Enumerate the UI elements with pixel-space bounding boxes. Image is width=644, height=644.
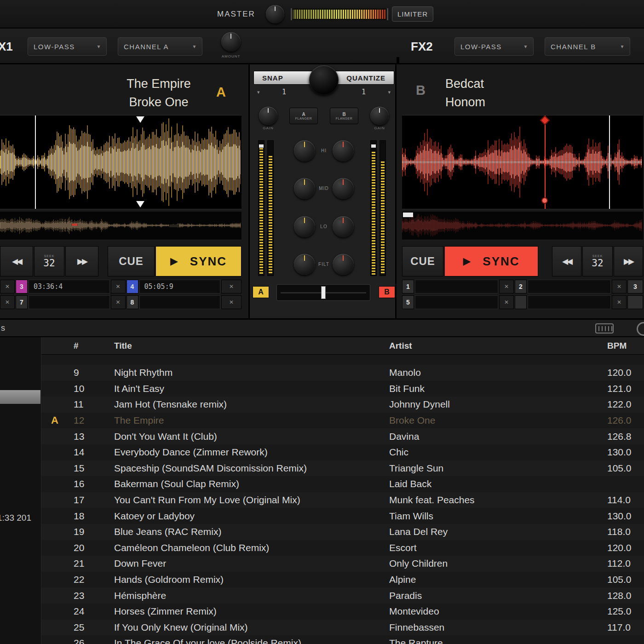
play-sync-button-b[interactable]: ▶ SYNC bbox=[444, 246, 538, 276]
table-row[interactable]: 21Down FeverOnly Children112.0 bbox=[41, 556, 644, 572]
table-row[interactable]: 9Night RhythmManolo120.0 bbox=[41, 365, 644, 381]
seek-forward-button-a[interactable]: ▶▶ bbox=[65, 246, 98, 276]
hotcue-badge[interactable]: 1 bbox=[402, 280, 414, 293]
table-row[interactable]: A12The EmpireBroke One126.0 bbox=[41, 413, 644, 429]
table-row[interactable]: 26In The Grace Of your love (Poolside Re… bbox=[41, 635, 644, 644]
chevron-down-icon[interactable]: ▾ bbox=[257, 89, 260, 95]
gain-knob-a[interactable] bbox=[259, 107, 277, 125]
cue-button-a[interactable]: CUE bbox=[108, 246, 155, 276]
cue-delete-button[interactable]: ✕ bbox=[499, 280, 514, 293]
seek-back-button-b[interactable]: ◀◀ bbox=[552, 246, 581, 276]
seek-length-button-a[interactable]: SEEK 32 bbox=[34, 246, 64, 276]
sidebar-scrollbar-thumb[interactable] bbox=[0, 390, 40, 404]
cue-time-field[interactable] bbox=[528, 295, 611, 309]
hotcue-badge[interactable]: 4 bbox=[126, 280, 138, 293]
waveform-a[interactable] bbox=[0, 115, 242, 209]
cue-time-field[interactable] bbox=[415, 280, 498, 293]
hotcue-badge[interactable]: 8 bbox=[126, 295, 138, 309]
limiter-button[interactable]: LIMITER bbox=[392, 6, 433, 22]
hotcue-badge[interactable]: 3 bbox=[627, 280, 643, 293]
fx1-amount-knob[interactable] bbox=[221, 32, 241, 52]
eq-hi-knob-b[interactable] bbox=[333, 140, 354, 161]
table-row[interactable]: 18Katoey or LadyboyTiam Wills130.0 bbox=[41, 508, 644, 524]
eq-lo-knob-b[interactable] bbox=[333, 216, 354, 237]
decks-section: The Empire Broke One A ◀◀ SEEK 32 bbox=[0, 64, 644, 318]
fx2-routing-dropdown[interactable]: CHANNEL B▾ bbox=[545, 37, 630, 56]
cue-time-field[interactable] bbox=[29, 295, 110, 309]
table-row[interactable]: 17You Can't Run From My Love (Original M… bbox=[41, 492, 644, 508]
hotcue-badge[interactable]: 5 bbox=[402, 295, 414, 309]
cue-delete-button[interactable]: ✕ bbox=[612, 280, 627, 293]
crossfader-b-badge[interactable]: B bbox=[379, 286, 395, 298]
table-row[interactable]: 10It Ain't EasyBit Funk121.0 bbox=[41, 381, 644, 397]
hotcue-badge[interactable] bbox=[515, 295, 527, 309]
play-sync-button-a[interactable]: ▶ SYNC bbox=[155, 246, 242, 276]
fx-bar: X1 LOW-PASS▾ CHANNEL A▾ AMOUNT FX2 LOW-P… bbox=[0, 29, 644, 64]
column-num[interactable]: # bbox=[68, 341, 110, 351]
table-row[interactable]: 24Horses (Zimmer Remix)Montevideo125.0 bbox=[41, 604, 644, 620]
fx1-routing-dropdown[interactable]: CHANNEL A▾ bbox=[118, 37, 202, 56]
table-row[interactable]: 25If You Only Knew (Original Mix)Finneba… bbox=[41, 620, 644, 636]
table-row[interactable] bbox=[41, 355, 644, 365]
snap-label[interactable]: SNAP bbox=[262, 74, 283, 82]
table-row[interactable]: 22Hands (Goldroom Remix)Alpine105.0 bbox=[41, 572, 644, 588]
cue-time-field[interactable] bbox=[415, 295, 498, 309]
cue-delete-button[interactable]: ✕ bbox=[0, 280, 15, 293]
cue-delete-button[interactable]: ✕ bbox=[499, 295, 514, 309]
hotcue-badge[interactable]: 7 bbox=[16, 295, 28, 309]
cue-delete-button[interactable]: ✕ bbox=[111, 295, 126, 309]
cue-marker-top-icon bbox=[136, 116, 144, 123]
cue-delete-button[interactable]: ✕ bbox=[221, 295, 242, 309]
browser-tab-fragment[interactable]: s bbox=[1, 323, 5, 333]
seek-length-button-b[interactable]: SEEK 32 bbox=[582, 246, 613, 276]
hotcue-badge[interactable]: 3 bbox=[16, 280, 28, 293]
gain-knob-b[interactable] bbox=[370, 107, 389, 125]
cue-delete-button[interactable]: ✕ bbox=[0, 295, 15, 309]
hotcue-badge[interactable] bbox=[627, 295, 643, 309]
eq-mid-knob-b[interactable] bbox=[333, 178, 354, 199]
cue-time-field[interactable]: 05:05:9 bbox=[139, 280, 221, 293]
quantize-label[interactable]: QUANTIZE bbox=[346, 74, 385, 82]
table-row[interactable]: 15Spaceship (SoundSAM Discomission Remix… bbox=[41, 460, 644, 477]
table-row[interactable]: 14Everybody Dance (Zimmer Rework)Chic130… bbox=[41, 444, 644, 460]
quantize-value: 1 bbox=[362, 88, 366, 96]
cue-time-field[interactable] bbox=[528, 280, 611, 293]
table-row[interactable]: 20Caméleon Chameleon (Club Remix)Escort1… bbox=[41, 540, 644, 556]
column-title[interactable]: Title bbox=[110, 341, 385, 351]
overview-waveform-a[interactable] bbox=[0, 212, 242, 240]
chevron-down-icon[interactable]: ▾ bbox=[388, 89, 391, 95]
fx-assign-b-button[interactable]: B FLANGER bbox=[330, 108, 358, 124]
filter-knob-b[interactable] bbox=[333, 254, 354, 275]
crossfader[interactable] bbox=[276, 284, 370, 301]
deck-a: The Empire Broke One A ◀◀ SEEK 32 bbox=[0, 64, 248, 318]
cue-delete-button[interactable]: ✕ bbox=[221, 280, 242, 293]
master-volume-knob[interactable] bbox=[266, 5, 284, 23]
table-row[interactable]: 19Blue Jeans (RAC Remix)Lana Del Rey118.… bbox=[41, 524, 644, 540]
play-icon: ▶ bbox=[170, 255, 178, 267]
seek-back-button-a[interactable]: ◀◀ bbox=[0, 246, 33, 276]
hotcue-badge[interactable]: 2 bbox=[515, 280, 527, 293]
hotcue-row: 5✕✕ bbox=[402, 295, 643, 309]
table-row[interactable]: 13Don't You Want It (Club)Davina126.8 bbox=[41, 428, 644, 444]
waveform-b[interactable] bbox=[402, 115, 643, 209]
cue-button-b[interactable]: CUE bbox=[402, 246, 443, 276]
table-row[interactable]: 16Bakerman (Soul Clap Remix)Laid Back bbox=[41, 476, 644, 492]
cue-time-field[interactable] bbox=[139, 295, 221, 309]
crossfader-a-badge[interactable]: A bbox=[253, 286, 269, 298]
fx-assign-a-button[interactable]: A FLANGER bbox=[289, 108, 318, 124]
table-row[interactable]: 23HémisphèreParadis128.0 bbox=[41, 587, 644, 604]
search-icon[interactable] bbox=[637, 322, 644, 336]
cue-delete-button[interactable]: ✕ bbox=[111, 280, 126, 293]
cue-time-field[interactable]: 03:36:4 bbox=[29, 280, 110, 293]
column-bpm[interactable]: BPM bbox=[607, 341, 644, 351]
fx1-type-dropdown[interactable]: LOW-PASS▾ bbox=[28, 37, 107, 56]
fx2-type-dropdown[interactable]: LOW-PASS▾ bbox=[454, 37, 534, 56]
column-artist[interactable]: Artist bbox=[385, 341, 607, 351]
keyboard-view-icon[interactable] bbox=[595, 323, 614, 334]
cue-delete-button[interactable]: ✕ bbox=[612, 295, 627, 309]
table-row[interactable]: 11Jam Hot (Tensnake remix)Johnny Dynell1… bbox=[41, 397, 644, 413]
overview-waveform-b[interactable] bbox=[402, 212, 643, 240]
cell-title: Hémisphère bbox=[110, 590, 385, 601]
seek-forward-button-b[interactable]: ▶▶ bbox=[614, 246, 643, 276]
crossfader-handle[interactable] bbox=[321, 286, 326, 299]
